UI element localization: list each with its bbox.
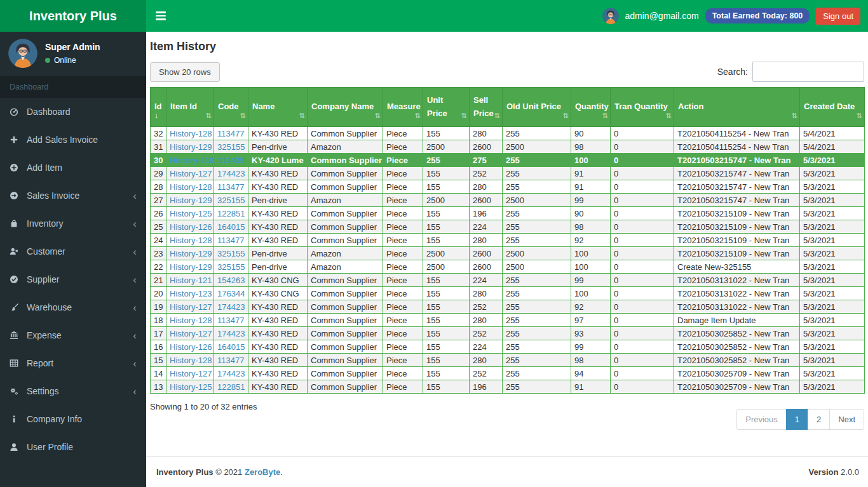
show-rows-button[interactable]: Show 20 rows bbox=[150, 62, 220, 82]
code-link[interactable]: 174423 bbox=[217, 369, 245, 378]
item-id-link[interactable]: History-127 bbox=[170, 169, 212, 178]
column-header-id[interactable]: Id↓ bbox=[151, 88, 166, 127]
item-id-link[interactable]: History-128 bbox=[170, 182, 212, 192]
item-id-link[interactable]: History-128 bbox=[170, 356, 212, 365]
code-link[interactable]: 164015 bbox=[217, 222, 245, 232]
user-status[interactable]: Online bbox=[45, 56, 100, 65]
code-link[interactable]: 176344 bbox=[217, 289, 245, 298]
sidebar-item-supplier[interactable]: Supplier‹ bbox=[0, 265, 146, 293]
column-header-code[interactable]: Code⇅ bbox=[214, 88, 248, 127]
sidebar-item-customer[interactable]: Customer‹ bbox=[0, 237, 146, 265]
table-row[interactable]: 18History-128113477KY-430 REDCommon Supp… bbox=[151, 314, 865, 327]
column-header-old-unit-price[interactable]: Old Unit Price⇅ bbox=[503, 88, 571, 127]
item-id-link[interactable]: History-125 bbox=[170, 382, 212, 392]
code-link[interactable]: 122851 bbox=[217, 382, 245, 392]
code-link[interactable]: 325155 bbox=[217, 262, 245, 272]
column-header-created-date[interactable]: Created Date⇅ bbox=[800, 88, 865, 127]
search-input[interactable] bbox=[752, 62, 864, 82]
table-row[interactable]: 16History-126164015KY-430 REDCommon Supp… bbox=[151, 340, 865, 354]
item-id-link[interactable]: History-127 bbox=[170, 302, 212, 312]
code-link[interactable]: 325155 bbox=[217, 142, 245, 152]
sidebar-item-company-info[interactable]: Company Info bbox=[0, 405, 146, 433]
table-row[interactable]: 26History-125122851KY-430 REDCommon Supp… bbox=[151, 207, 865, 220]
item-id-link[interactable]: History-129 bbox=[170, 196, 212, 205]
item-id-link[interactable]: History-129 bbox=[170, 142, 212, 152]
sidebar-item-sales-invoice[interactable]: Sales Invoice‹ bbox=[0, 182, 146, 210]
item-id-link[interactable]: History-127 bbox=[170, 329, 212, 338]
code-link[interactable]: 122851 bbox=[217, 209, 245, 218]
code-link[interactable]: 325155 bbox=[217, 249, 245, 258]
code-link[interactable]: 174423 bbox=[217, 329, 245, 338]
code-link[interactable]: 113477 bbox=[217, 236, 244, 245]
code-link[interactable]: 174423 bbox=[217, 302, 245, 312]
sidebar-item-user-profile[interactable]: User Profile bbox=[0, 433, 146, 461]
table-row[interactable]: 27History-129325155Pen-driveAmazonPiece2… bbox=[151, 194, 865, 207]
app-logo[interactable]: Inventory Plus bbox=[0, 0, 146, 32]
item-id-link[interactable]: History-116 bbox=[170, 156, 214, 165]
sidebar-item-dashboard[interactable]: Dashboard bbox=[0, 98, 146, 126]
code-link[interactable]: 113477 bbox=[217, 129, 244, 138]
table-row[interactable]: 29History-127174423KY-430 REDCommon Supp… bbox=[151, 167, 865, 180]
item-id-link[interactable]: History-126 bbox=[170, 222, 212, 232]
item-id-link[interactable]: History-128 bbox=[170, 236, 212, 245]
code-link[interactable]: 325155 bbox=[217, 196, 245, 205]
sidebar-item-add-sales-invoice[interactable]: Add Sales Invoice bbox=[0, 126, 146, 154]
table-row[interactable]: 15History-128113477KY-430 REDCommon Supp… bbox=[151, 354, 865, 367]
sidebar-item-inventory[interactable]: Inventory‹ bbox=[0, 210, 146, 237]
table-row[interactable]: 20History-123176344KY-430 CNGCommon Supp… bbox=[151, 287, 865, 300]
user-email[interactable]: admin@gmail.com bbox=[625, 11, 699, 21]
column-header-name[interactable]: Name⇅ bbox=[248, 88, 308, 127]
sidebar-item-warehouse[interactable]: Warehouse‹ bbox=[0, 293, 146, 321]
table-row[interactable]: 25History-126164015KY-430 REDCommon Supp… bbox=[151, 220, 865, 234]
code-link[interactable]: 112435 bbox=[217, 156, 245, 165]
sidebar-toggle-button[interactable] bbox=[146, 0, 175, 32]
item-id-link[interactable]: History-128 bbox=[170, 316, 212, 325]
table-row[interactable]: 21History-121154263KY-430 CNGCommon Supp… bbox=[151, 274, 865, 287]
table-row[interactable]: 17History-127174423KY-430 REDCommon Supp… bbox=[151, 327, 865, 340]
column-header-item-id[interactable]: Item Id⇅ bbox=[166, 88, 214, 127]
table-row[interactable]: 31History-129325155Pen-driveAmazonPiece2… bbox=[151, 140, 865, 154]
code-link[interactable]: 154263 bbox=[217, 276, 245, 285]
code-link[interactable]: 113477 bbox=[217, 316, 244, 325]
table-row[interactable]: 32History-128113477KY-430 REDCommon Supp… bbox=[151, 127, 865, 140]
table-row[interactable]: 30History-116112435KY-420 LumeCommon Sup… bbox=[151, 154, 865, 167]
column-header-measure[interactable]: Measure⇅ bbox=[383, 88, 423, 127]
table-row[interactable]: 28History-128113477KY-430 REDCommon Supp… bbox=[151, 180, 865, 194]
table-row[interactable]: 24History-128113477KY-430 REDCommon Supp… bbox=[151, 234, 865, 247]
column-header-action[interactable]: Action⇅ bbox=[674, 88, 800, 127]
code-link[interactable]: 164015 bbox=[217, 342, 245, 352]
sidebar-item-settings[interactable]: Settings‹ bbox=[0, 377, 146, 405]
footer-company-link[interactable]: ZeroByte bbox=[245, 467, 280, 477]
column-header-unit-price[interactable]: Unit Price⇅ bbox=[423, 88, 470, 127]
pagination-page-2[interactable]: 2 bbox=[808, 409, 830, 430]
table-row[interactable]: 13History-125122851KY-430 REDCommon Supp… bbox=[151, 380, 865, 394]
pagination-previous-button[interactable]: Previous bbox=[736, 409, 787, 430]
code-link[interactable]: 113477 bbox=[217, 182, 244, 192]
item-id-link[interactable]: History-123 bbox=[170, 289, 212, 298]
item-id-link[interactable]: History-129 bbox=[170, 249, 212, 258]
code-link[interactable]: 174423 bbox=[217, 169, 245, 178]
column-header-quantity[interactable]: Quantity⇅ bbox=[571, 88, 611, 127]
sign-out-button[interactable]: Sign out bbox=[816, 8, 860, 25]
column-header-tran-quantity[interactable]: Tran Quantity⇅ bbox=[611, 88, 674, 127]
item-id-link[interactable]: History-128 bbox=[170, 129, 212, 138]
item-id-link[interactable]: History-126 bbox=[170, 342, 212, 352]
sidebar-item-expense[interactable]: Expense‹ bbox=[0, 321, 146, 349]
item-history-table: Id↓Item Id⇅Code⇅Name⇅Company Name⇅Measur… bbox=[150, 87, 865, 394]
table-row[interactable]: 14History-127174423KY-430 REDCommon Supp… bbox=[151, 367, 865, 380]
code-link[interactable]: 113477 bbox=[217, 356, 244, 365]
sidebar-item-report[interactable]: Report‹ bbox=[0, 349, 146, 377]
pagination-page-1[interactable]: 1 bbox=[786, 409, 808, 430]
column-header-sell-price[interactable]: Sell Price⇅ bbox=[470, 88, 503, 127]
column-header-company-name[interactable]: Company Name⇅ bbox=[308, 88, 383, 127]
table-row[interactable]: 22History-129325155Pen-driveAmazonPiece2… bbox=[151, 260, 865, 274]
item-id-link[interactable]: History-121 bbox=[170, 276, 212, 285]
table-row[interactable]: 19History-127174423KY-430 REDCommon Supp… bbox=[151, 300, 865, 314]
item-id-link[interactable]: History-127 bbox=[170, 369, 212, 378]
item-id-link[interactable]: History-125 bbox=[170, 209, 212, 218]
sidebar-item-add-item[interactable]: Add Item bbox=[0, 154, 146, 182]
table-row[interactable]: 23History-129325155Pen-driveAmazonPiece2… bbox=[151, 247, 865, 260]
pagination-next-button[interactable]: Next bbox=[829, 409, 864, 430]
user-avatar-icon[interactable] bbox=[602, 8, 619, 24]
item-id-link[interactable]: History-129 bbox=[170, 262, 212, 272]
